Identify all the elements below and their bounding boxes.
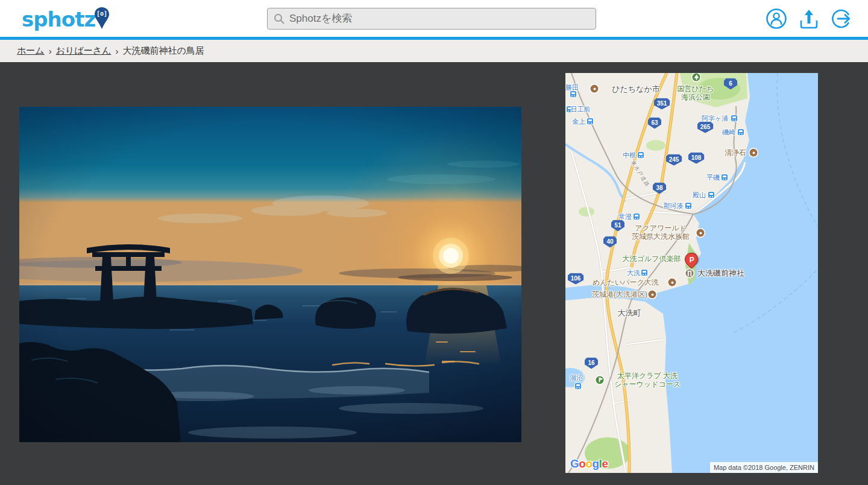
map-label: 那珂湊: [664, 202, 684, 210]
breadcrumb-separator: ›: [115, 46, 118, 56]
station-icon: [638, 152, 644, 158]
station-icon: [587, 118, 593, 124]
route-badge: 245: [666, 154, 682, 166]
logout-icon: [830, 7, 853, 30]
logo-pin-icon: [o]: [94, 7, 110, 32]
map-label: 阿字ヶ浦: [702, 115, 728, 122]
poi-icon: [668, 279, 676, 287]
search-box: [267, 8, 596, 30]
poi-icon: [649, 291, 656, 299]
route-badge: 108: [688, 153, 705, 164]
route-badge: 265: [697, 122, 714, 133]
park-icon: [693, 74, 700, 81]
poi-icon: [591, 85, 599, 93]
breadcrumb: ホーム › おりばーさん › 大洗磯前神社の鳥居: [0, 40, 868, 62]
map-label: 東水戸道路: [629, 159, 650, 188]
route-badge: 351: [654, 98, 670, 110]
route-badge: 38: [653, 183, 666, 194]
map-label: アクアワールド 茨城県大洗水族館: [632, 224, 690, 241]
location-map[interactable]: 勝田ひたちなか市国営ひたち 海浜公園6日工前金上35163阿字ヶ浦265磯崎清浄…: [565, 73, 818, 473]
map-label: 常澄: [618, 213, 632, 221]
google-logo-letter: o: [579, 457, 585, 470]
map-label: 磯崎: [722, 128, 735, 136]
station-icon: [567, 106, 573, 112]
poi-icon: [750, 149, 758, 157]
map-attribution: Map data ©2018 Google, ZENRIN: [710, 462, 818, 473]
breadcrumb-current-page: 大洗磯前神社の鳥居: [122, 45, 204, 57]
station-icon: [731, 115, 737, 121]
station-icon: [738, 129, 744, 135]
main-content: 勝田ひたちなか市国営ひたち 海浜公園6日工前金上35163阿字ヶ浦265磯崎清浄…: [0, 62, 868, 485]
map-label: 大洗磯前神社: [697, 268, 744, 277]
map-overlay: 勝田ひたちなか市国営ひたち 海浜公園6日工前金上35163阿字ヶ浦265磯崎清浄…: [565, 73, 818, 473]
logo-text: sphotz: [22, 9, 95, 32]
breadcrumb-user-link[interactable]: おりばーさん: [56, 45, 112, 57]
map-label: 大洗: [627, 269, 640, 277]
google-logo-letter: e: [602, 457, 608, 470]
upload-button[interactable]: [797, 6, 821, 31]
map-label: 金上: [572, 118, 585, 125]
station-icon: [634, 214, 640, 220]
sphotz-logo[interactable]: sphotz [o]: [22, 5, 110, 32]
map-label: 大洗町: [618, 308, 641, 317]
map-label: 中根: [623, 151, 636, 159]
map-label: 茨城港(大洗港区): [592, 290, 647, 299]
station-icon: [685, 203, 691, 209]
profile-button[interactable]: [764, 6, 788, 31]
map-label: ひたちなか市: [612, 84, 660, 94]
map-label: 平磯: [706, 174, 720, 182]
station-icon: [570, 91, 576, 97]
logout-button[interactable]: [829, 6, 854, 31]
breadcrumb-home-link[interactable]: ホーム: [17, 45, 45, 57]
route-badge: 6: [724, 78, 737, 90]
search-input[interactable]: [289, 13, 590, 25]
map-label: 国営ひたち 海浜公園: [678, 84, 714, 101]
golf-icon: [596, 376, 604, 384]
upload-icon: [797, 7, 820, 30]
map-label: めんたいパーク大洗: [593, 278, 659, 287]
station-icon: [722, 174, 728, 180]
google-logo[interactable]: Google: [570, 457, 608, 471]
map-label: 殿山: [693, 191, 706, 199]
torii-icon: ∏: [686, 270, 694, 277]
map-label: 涸沼: [570, 374, 583, 382]
route-badge: 51: [611, 220, 624, 232]
breadcrumb-separator: ›: [49, 46, 52, 56]
map-label: 勝田: [565, 84, 579, 92]
search-icon: [274, 13, 285, 24]
google-logo-letter: G: [570, 457, 579, 470]
route-badge: 106: [568, 273, 584, 285]
map-label: 日工前: [571, 106, 591, 113]
svg-text:[o]: [o]: [96, 10, 107, 17]
poi-icon: [697, 229, 705, 237]
map-label: 清浄石: [725, 148, 746, 157]
map-label: 大洗ゴルフ倶楽部: [623, 255, 681, 263]
station-icon: [575, 383, 581, 389]
map-label: 太平洋クラブ 大洗 シャーウッドコース: [614, 372, 681, 388]
photo-torii-sunrise: [19, 107, 521, 442]
app-header: sphotz [o]: [0, 0, 868, 37]
route-badge: 16: [585, 358, 598, 369]
google-logo-letter: g: [593, 457, 599, 470]
station-icon: [641, 270, 647, 276]
route-badge: 40: [603, 236, 617, 248]
google-logo-letter: o: [585, 457, 592, 470]
station-icon: [708, 192, 714, 198]
user-icon: [766, 8, 787, 30]
route-badge: 63: [648, 118, 661, 129]
